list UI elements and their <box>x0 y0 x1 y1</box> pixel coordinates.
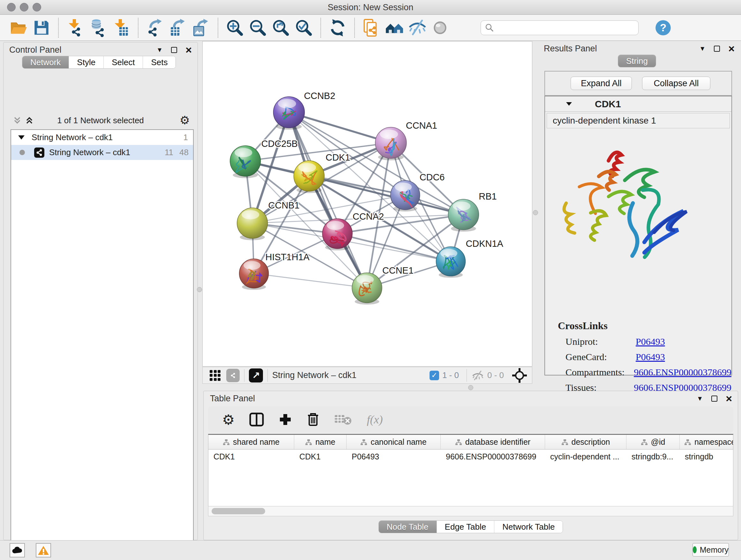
cell-description[interactable]: cyclin-dependent ... <box>545 449 626 463</box>
cell-@id[interactable]: stringdb:9... <box>626 449 680 463</box>
node-CCNA1[interactable]: CCNA1 <box>375 120 437 160</box>
table-row[interactable]: CDK1CDK1P064939606.ENSP00000378699cyclin… <box>208 449 733 463</box>
network-options-gear-icon[interactable]: ⚙ <box>180 114 190 127</box>
selected-checkbox-icon[interactable]: ✓ <box>429 371 439 380</box>
crosslink-link[interactable]: P06493 <box>636 352 665 362</box>
import-table-button[interactable] <box>110 17 133 38</box>
edge-HIST1H1A-CCNE1[interactable] <box>254 273 367 288</box>
show-columns-icon[interactable] <box>249 413 264 427</box>
node-HIST1H1A[interactable]: HIST1H1A <box>239 252 310 290</box>
collapse-all-button[interactable]: Collapse All <box>642 77 711 90</box>
bottom-splitter-handle[interactable] <box>468 385 473 390</box>
open-session-button[interactable] <box>7 17 30 38</box>
scrollbar-thumb[interactable] <box>212 508 265 514</box>
tab-string[interactable]: String <box>618 55 656 67</box>
network-tree: String Network – cdk1 1 String Network –… <box>10 129 194 560</box>
node-label-RB1: RB1 <box>479 191 496 201</box>
tab-edge-table[interactable]: Edge Table <box>437 521 495 533</box>
right-splitter-handle[interactable] <box>533 210 538 215</box>
panel-close-icon[interactable]: × <box>726 395 732 401</box>
node-CCNE1[interactable]: CCNE1 <box>352 265 414 305</box>
search-input[interactable] <box>494 23 628 33</box>
zoom-fit-button[interactable] <box>269 17 292 38</box>
export-table-button[interactable] <box>166 17 190 38</box>
save-session-button[interactable] <box>30 17 53 38</box>
string-import-button[interactable] <box>360 17 383 38</box>
collection-expander-icon[interactable] <box>18 135 24 139</box>
panel-menu-icon[interactable]: ▼ <box>699 45 705 52</box>
export-network-button[interactable] <box>144 17 166 38</box>
column-header-description[interactable]: description <box>545 435 626 449</box>
network-row[interactable]: String Network – cdk1 11 48 <box>11 145 193 160</box>
search-field[interactable] <box>481 20 638 35</box>
expand-all-button[interactable]: Expand All <box>570 77 632 90</box>
tab-select[interactable]: Select <box>104 56 143 68</box>
crosslink-link[interactable]: 9606.ENSP00000378699 <box>634 367 731 378</box>
cell-canonical-name[interactable]: P06493 <box>347 449 441 463</box>
column-header-database-identifier[interactable]: database identifier <box>441 435 545 449</box>
warnings-button[interactable] <box>36 543 51 557</box>
panel-float-icon[interactable] <box>711 395 718 401</box>
network-canvas[interactable]: CCNB2CCNA1CDC25BCDK1CDC6RB1CCNB1CCNA2CDK… <box>202 41 532 367</box>
network-graph[interactable]: CCNB2CCNA1CDC25BCDK1CDC6RB1CCNB1CCNA2CDK… <box>203 42 532 366</box>
crosslink-link[interactable]: P06493 <box>636 336 665 347</box>
function-builder-icon[interactable]: f(x) <box>367 413 383 426</box>
network-overview-icon[interactable] <box>226 369 240 382</box>
grid-view-icon[interactable] <box>210 370 220 381</box>
column-type-icon <box>305 439 312 445</box>
hidden-eye-slash-icon[interactable] <box>471 370 484 381</box>
column-header-canonical-name[interactable]: canonical name <box>347 435 441 449</box>
import-network-from-database-button[interactable] <box>87 17 110 38</box>
column-header-@id[interactable]: @id <box>626 435 680 449</box>
panel-close-icon[interactable]: × <box>185 47 192 53</box>
zoom-out-button[interactable] <box>246 17 269 38</box>
node-CDKN1A[interactable]: CDKN1A <box>436 239 503 278</box>
delete-column-trash-icon[interactable] <box>307 413 320 427</box>
tab-node-table[interactable]: Node Table <box>379 521 437 533</box>
memory-button[interactable]: Memory <box>692 543 729 557</box>
zoom-selected-button[interactable] <box>292 17 315 38</box>
gene-header-row[interactable]: CDK1 <box>545 97 731 112</box>
node-RB1[interactable]: RB1 <box>448 191 497 232</box>
hide-selected-button[interactable] <box>406 17 429 38</box>
tab-style[interactable]: Style <box>69 56 104 68</box>
detach-view-button[interactable]: ↗ <box>249 368 263 382</box>
tab-sets[interactable]: Sets <box>143 56 176 68</box>
column-header-namespace[interactable]: namespace <box>680 435 733 449</box>
toolbar-separator <box>267 369 268 382</box>
panel-close-icon[interactable]: × <box>728 46 735 52</box>
help-button[interactable]: ? <box>654 18 672 37</box>
cell-shared-name[interactable]: CDK1 <box>208 449 294 463</box>
refresh-icon <box>328 18 347 37</box>
cell-name[interactable]: CDK1 <box>294 449 347 463</box>
delete-table-icon[interactable] <box>334 413 352 426</box>
import-network-button[interactable] <box>64 17 87 38</box>
cell-namespace[interactable]: stringdb <box>680 449 733 463</box>
tab-network-table[interactable]: Network Table <box>494 521 562 533</box>
column-header-name[interactable]: name <box>294 435 347 449</box>
panel-menu-icon[interactable]: ▼ <box>697 395 703 402</box>
cell-database-identifier[interactable]: 9606.ENSP00000378699 <box>441 449 545 463</box>
birdseye-crosshair-icon[interactable] <box>512 368 528 383</box>
create-column-plus-icon[interactable] <box>279 413 292 426</box>
panel-float-icon[interactable] <box>171 47 177 53</box>
show-all-button[interactable] <box>429 17 452 38</box>
table-toolbar: ⚙ f(x) <box>208 407 733 433</box>
panel-menu-icon[interactable]: ▼ <box>156 46 163 54</box>
toolbar-separator <box>244 369 245 382</box>
refresh-button[interactable] <box>326 17 349 38</box>
left-splitter-handle[interactable] <box>197 287 202 292</box>
table-options-gear-icon[interactable]: ⚙ <box>222 412 234 428</box>
tab-network[interactable]: Network <box>22 56 69 68</box>
panel-float-icon[interactable] <box>714 46 720 52</box>
network-collection-row[interactable]: String Network – cdk1 1 <box>11 130 193 145</box>
column-header-shared-name[interactable]: shared name <box>208 435 294 449</box>
gene-expander-icon[interactable] <box>566 102 572 106</box>
zoom-in-button[interactable] <box>223 17 246 38</box>
cloud-status-button[interactable] <box>10 543 25 557</box>
results-panel-tabs: String <box>618 55 656 67</box>
export-image-button[interactable] <box>190 17 212 38</box>
first-neighbors-button[interactable] <box>383 17 406 38</box>
edge-CCNB2-CCNA1[interactable] <box>289 112 391 143</box>
table-horizontal-scrollbar[interactable] <box>208 506 733 516</box>
